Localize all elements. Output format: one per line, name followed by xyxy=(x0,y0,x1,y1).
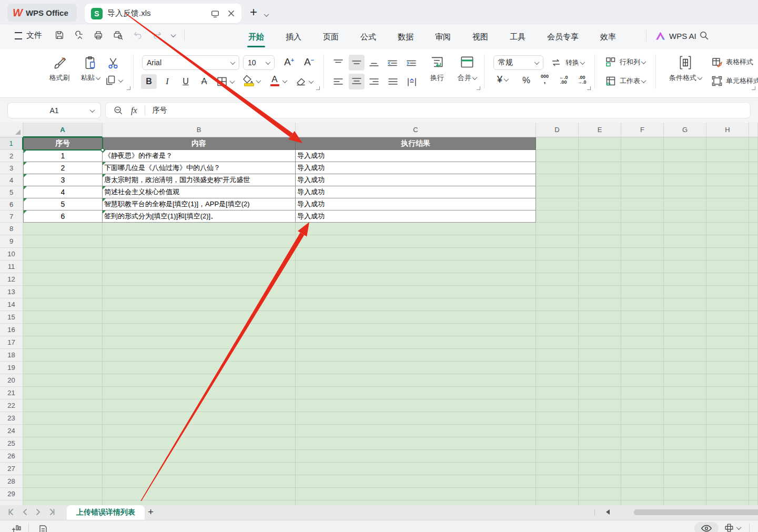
cell[interactable] xyxy=(579,162,621,174)
cell[interactable] xyxy=(579,311,621,324)
cell[interactable] xyxy=(664,248,706,260)
cell[interactable] xyxy=(536,475,579,488)
cell[interactable] xyxy=(23,362,103,374)
cell[interactable] xyxy=(749,286,758,298)
cell[interactable] xyxy=(296,362,536,374)
file-menu[interactable]: 文件 xyxy=(15,31,42,41)
cell[interactable] xyxy=(706,137,749,150)
cell[interactable] xyxy=(621,260,664,273)
cell[interactable] xyxy=(296,273,536,286)
group-expander-icon[interactable] xyxy=(126,86,131,91)
table-data-cell[interactable]: 3 xyxy=(23,174,103,186)
cell[interactable] xyxy=(706,223,749,235)
cell[interactable] xyxy=(749,362,758,374)
cell[interactable] xyxy=(706,399,749,412)
cell[interactable] xyxy=(579,137,621,150)
cell[interactable] xyxy=(664,437,706,450)
table-data-cell[interactable]: 简述社会主义核心价值观 xyxy=(103,186,296,198)
table-header-cell[interactable]: 内容 xyxy=(103,137,296,150)
menu-item-0[interactable]: 开始 xyxy=(247,30,265,44)
cell[interactable] xyxy=(23,223,103,235)
cell[interactable] xyxy=(664,500,706,505)
last-sheet-icon[interactable] xyxy=(48,507,56,517)
table-data-cell[interactable]: 6 xyxy=(23,210,103,223)
align-left-icon[interactable] xyxy=(332,76,344,88)
cell[interactable] xyxy=(296,324,536,336)
align-top-icon[interactable] xyxy=(332,57,344,69)
row-header-18[interactable]: 18 xyxy=(0,349,23,362)
cell[interactable] xyxy=(621,235,664,248)
cell[interactable] xyxy=(749,425,758,437)
cell[interactable] xyxy=(706,248,749,260)
cell[interactable] xyxy=(536,286,579,298)
cell[interactable] xyxy=(706,324,749,336)
cell[interactable] xyxy=(579,273,621,286)
column-header-F[interactable]: F xyxy=(621,123,664,137)
doc-status-icon[interactable] xyxy=(38,524,48,532)
cell[interactable] xyxy=(749,412,758,425)
cell[interactable] xyxy=(664,336,706,349)
row-header-14[interactable]: 14 xyxy=(0,298,23,311)
cell[interactable] xyxy=(706,311,749,324)
paste-button[interactable]: 粘贴 xyxy=(77,55,104,83)
cell[interactable] xyxy=(536,425,579,437)
cell[interactable] xyxy=(296,374,536,387)
cell[interactable] xyxy=(579,336,621,349)
cell[interactable] xyxy=(664,425,706,437)
row-header-2[interactable]: 2 xyxy=(0,150,23,162)
cell[interactable] xyxy=(536,150,579,162)
cell[interactable] xyxy=(103,374,296,387)
row-header-12[interactable]: 12 xyxy=(0,273,23,286)
cell[interactable] xyxy=(296,349,536,362)
menu-item-1[interactable]: 插入 xyxy=(285,30,302,44)
cell[interactable] xyxy=(621,162,664,174)
cell[interactable] xyxy=(706,450,749,463)
currency-button[interactable]: ¥ xyxy=(497,74,508,85)
cell[interactable] xyxy=(749,150,758,162)
cell[interactable] xyxy=(621,336,664,349)
merge-cells-button[interactable]: 合并 xyxy=(453,54,481,83)
thousands-separator-button[interactable]: 000, xyxy=(541,74,549,83)
cell[interactable] xyxy=(749,273,758,286)
number-format-select[interactable]: 常规 xyxy=(493,55,543,70)
cell[interactable] xyxy=(749,198,758,210)
convert-button[interactable]: 转换 xyxy=(550,56,584,69)
cell[interactable] xyxy=(706,488,749,500)
cell[interactable] xyxy=(664,450,706,463)
cell[interactable] xyxy=(749,475,758,488)
menu-item-9[interactable]: 效率 xyxy=(599,30,617,44)
row-header-19[interactable]: 19 xyxy=(0,362,23,374)
row-header-4[interactable]: 4 xyxy=(0,174,23,186)
menu-item-8[interactable]: 会员专享 xyxy=(546,30,580,44)
cell[interactable] xyxy=(103,235,296,248)
justify-icon[interactable] xyxy=(387,76,399,88)
cell[interactable] xyxy=(536,248,579,260)
cell[interactable] xyxy=(23,463,103,475)
cell[interactable] xyxy=(749,298,758,311)
cell[interactable] xyxy=(23,311,103,324)
bold-button[interactable]: B xyxy=(141,74,157,89)
wrap-text-button[interactable]: 换行 xyxy=(425,54,449,83)
cell[interactable] xyxy=(296,260,536,273)
row-header-23[interactable]: 23 xyxy=(0,412,23,425)
cell[interactable] xyxy=(536,362,579,374)
cell[interactable] xyxy=(749,223,758,235)
cell[interactable] xyxy=(664,223,706,235)
cell[interactable] xyxy=(664,475,706,488)
cell[interactable] xyxy=(579,362,621,374)
cell[interactable] xyxy=(579,437,621,450)
table-data-cell[interactable]: 导入成功 xyxy=(296,210,536,223)
percent-button[interactable]: % xyxy=(522,75,530,86)
cell[interactable] xyxy=(103,463,296,475)
cell[interactable] xyxy=(579,387,621,399)
cell[interactable] xyxy=(536,437,579,450)
conditional-format-button[interactable]: 条件格式 xyxy=(662,54,709,83)
fill-color-button[interactable] xyxy=(242,74,260,88)
scroll-left-icon[interactable] xyxy=(606,509,610,515)
strikethrough-button[interactable]: A xyxy=(196,74,212,89)
cell[interactable] xyxy=(103,399,296,412)
cell[interactable] xyxy=(706,412,749,425)
cell[interactable] xyxy=(23,399,103,412)
horizontal-scrollbar-thumb[interactable] xyxy=(634,509,758,515)
pivot-status-icon[interactable] xyxy=(11,524,22,532)
